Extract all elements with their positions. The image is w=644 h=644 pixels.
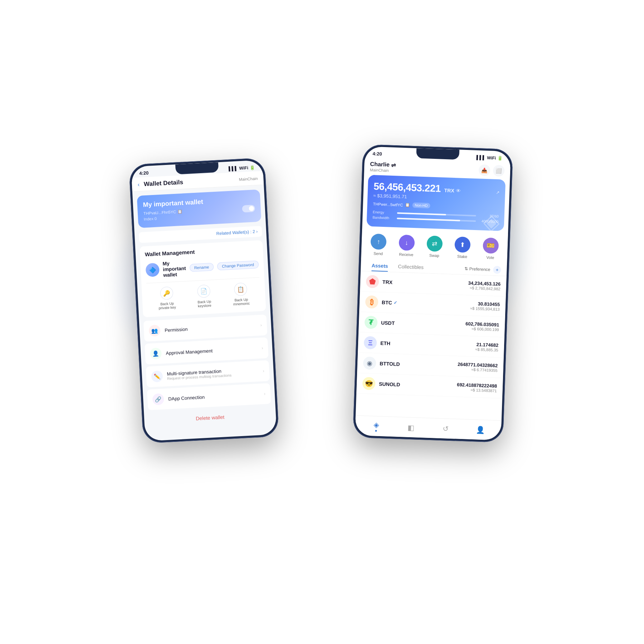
- menu-item-permission[interactable]: 👥 Permission ›: [143, 314, 268, 342]
- tab-collectibles[interactable]: Collectibles: [393, 260, 429, 273]
- bandwidth-bar: [397, 218, 476, 222]
- action-swap[interactable]: ⇄ Swap: [426, 235, 443, 258]
- usdt-usd: ≈$ 606,000.199: [465, 326, 499, 332]
- menu-item-approval[interactable]: 👤 Approval Management ›: [145, 337, 269, 365]
- scene: 4:20 ▌▌▌ WiFi 🔋 ‹ Wallet Details MainCha…: [125, 125, 519, 519]
- nav-collections[interactable]: ◧: [394, 423, 429, 432]
- receive-icon: ↓: [399, 235, 415, 251]
- nav-active-dot: [375, 430, 377, 432]
- menu-item-multisig[interactable]: ✏️ Multi-signature transaction Request o…: [146, 360, 270, 387]
- balance-amount: 56,456,453.221: [374, 181, 441, 195]
- usdt-amounts: 602,786.035091 ≈$ 606,000.199: [465, 321, 499, 332]
- btc-name: BTC ✓: [382, 299, 397, 306]
- bttold-icon: ◉: [363, 356, 376, 370]
- vote-icon: 🎫: [483, 238, 499, 254]
- wallet-card: My important wallet THPvaU...Fhn5YC 📋 In…: [137, 189, 261, 228]
- action-stake[interactable]: ⬆ Stake: [454, 236, 471, 259]
- backup-private-key[interactable]: 🔑 Back Upprivate key: [157, 286, 176, 310]
- btc-usd: ≈$ 1555,934,813: [470, 306, 500, 311]
- action-receive[interactable]: ↓ Receive: [398, 235, 415, 257]
- time-right: 4:20: [372, 151, 382, 157]
- nav-profile[interactable]: 👤: [463, 425, 498, 435]
- non-hd-badge: Non-HD: [412, 203, 430, 209]
- backup-row: 🔑 Back Upprivate key 📄 Back Upkeystore 📋…: [147, 282, 261, 312]
- multisig-text: Multi-signature transaction Request or p…: [167, 366, 259, 380]
- btc-icon: ₿: [365, 295, 378, 308]
- back-button[interactable]: ‹: [137, 181, 140, 188]
- receive-icon-btn[interactable]: 📥: [479, 164, 491, 176]
- nav-history-icon: ↺: [442, 424, 449, 433]
- swap-icon: ⇄: [426, 235, 443, 252]
- backup-keystore[interactable]: 📄 Back Upkeystore: [197, 284, 211, 308]
- trx-icon: [366, 275, 379, 288]
- wallet-header-chain: MainChain: [239, 176, 258, 182]
- backup-mnemonic-label: Back Upmnemonic: [233, 297, 250, 306]
- status-icons-left: ▌▌▌ WiFi 🔋: [229, 165, 255, 171]
- scan-icon-btn[interactable]: ⬜: [493, 165, 505, 177]
- nav-profile-icon: 👤: [475, 425, 485, 434]
- backup-keystore-label: Back Upkeystore: [197, 299, 211, 308]
- eth-usd: ≈$ 85,885.35: [475, 347, 498, 352]
- bttold-amounts: 2648771.04328662 ≈$ 6.77419355: [457, 361, 498, 372]
- backup-keystore-icon: 📄: [197, 284, 211, 298]
- sunold-icon: 😎: [362, 377, 375, 390]
- energy-bar: [397, 212, 476, 216]
- eth-name: ETH: [380, 340, 391, 346]
- menu-item-dapp[interactable]: 🔗 DApp Connection ›: [147, 383, 271, 410]
- nav-history[interactable]: ↺: [428, 424, 463, 433]
- status-icons-right: ▌▌▌ WiFi 🔋: [476, 155, 503, 161]
- copy-icon[interactable]: 📋: [177, 209, 183, 214]
- send-label: Send: [374, 251, 383, 256]
- permission-label: Permission: [165, 323, 256, 333]
- battery-icon-right: 🔋: [497, 156, 503, 161]
- expand-icon[interactable]: ↗: [496, 190, 499, 195]
- change-password-button[interactable]: Change Password: [217, 260, 259, 270]
- sunold-name: SUNOLD: [379, 381, 400, 387]
- preference-btn[interactable]: ⇅ Preference: [464, 266, 490, 272]
- nav-assets-icon: ◈: [374, 420, 379, 429]
- signal-icon: ▌▌▌: [229, 166, 238, 171]
- multisig-icon: ✏️: [151, 370, 163, 382]
- wifi-icon-right: WiFi: [487, 155, 496, 161]
- time-left: 4:20: [139, 170, 149, 176]
- stake-label: Stake: [457, 254, 468, 259]
- vote-label: Vote: [486, 255, 494, 260]
- related-wallets-bar[interactable]: Related Wallet(s) : 2 ›: [139, 226, 262, 243]
- swap-account-icon[interactable]: ⇌: [391, 161, 396, 168]
- dapp-icon: 🔗: [152, 393, 164, 405]
- header-actions: 📥 ⬜: [479, 164, 505, 176]
- svg-marker-0: [369, 278, 376, 285]
- main-chain-label: MainChain: [370, 167, 396, 172]
- action-send[interactable]: ↑ Send: [370, 234, 387, 256]
- related-wallets-text: Related Wallet(s) : 2 ›: [216, 229, 258, 236]
- right-screen: 4:20 ▌▌▌ WiFi 🔋 Charlie ⇌ MainChain: [355, 146, 511, 440]
- bandwidth-fill: [397, 218, 460, 221]
- copy-addr-icon[interactable]: 📋: [405, 203, 410, 207]
- backup-mnemonic[interactable]: 📋 Back Upmnemonic: [232, 282, 250, 306]
- eth-balance: 21.174682: [475, 342, 499, 348]
- energy-fill: [397, 212, 446, 215]
- wifi-icon: WiFi: [239, 165, 248, 171]
- signal-icon-right: ▌▌▌: [476, 155, 486, 160]
- btc-check-icon: ✓: [394, 300, 397, 305]
- chevron-icon-approval: ›: [262, 346, 263, 351]
- rename-button[interactable]: Rename: [189, 263, 214, 272]
- wallet-details-title: Wallet Details: [144, 176, 236, 188]
- balance-address: THPwer...5wtfYC: [373, 202, 403, 207]
- approval-icon: 👤: [150, 347, 162, 360]
- btc-amounts: 30.810455 ≈$ 1555,934,813: [470, 301, 500, 311]
- backup-key-label: Back Upprivate key: [158, 301, 176, 310]
- asset-list: TRX 34,234,453.126 ≈$ 2,760,842,982 ₿ BT…: [356, 271, 507, 399]
- send-icon: ↑: [370, 234, 387, 250]
- permission-text: Permission: [165, 323, 256, 333]
- nav-collections-icon: ◧: [407, 423, 414, 432]
- tab-assets[interactable]: Assets: [366, 259, 393, 272]
- left-screen: 4:20 ▌▌▌ WiFi 🔋 ‹ Wallet Details MainCha…: [131, 160, 277, 441]
- add-asset-btn[interactable]: +: [493, 266, 501, 274]
- wallet-name-text: My important wallet: [162, 260, 186, 278]
- hide-balance-icon[interactable]: 👁: [455, 188, 461, 194]
- user-name: Charlie ⇌: [370, 161, 396, 168]
- approval-text: Approval Management: [166, 346, 257, 356]
- nav-assets[interactable]: ◈: [358, 420, 394, 432]
- action-vote[interactable]: 🎫 Vote: [482, 238, 499, 260]
